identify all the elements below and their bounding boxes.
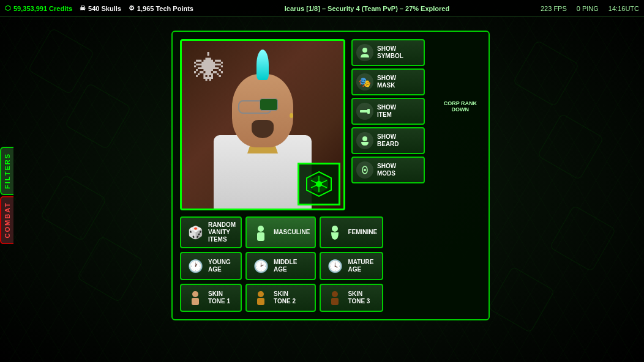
show-beard-button[interactable]: SHOWBEARD (351, 127, 425, 154)
tech-icon: ⚙ (129, 4, 135, 12)
char-earring (290, 113, 293, 118)
skin-tone-2-label: SKINTONE 2 (274, 290, 296, 305)
char-eyepatch (260, 98, 278, 111)
skulls-value: 540 Skulls (88, 5, 121, 12)
fps-display: 223 FPS (541, 5, 567, 12)
skin-tone-2-icon (252, 289, 270, 307)
character-customization-panel: 🕷 (171, 31, 490, 320)
time-display: 14:16UTC (608, 5, 639, 12)
dice-icon: 🎲 (186, 223, 204, 242)
symbol-icon (356, 44, 373, 61)
svg-point-10 (332, 291, 338, 297)
vanity-buttons: SHOWSYMBOL 🎭 SHOWMASK SHOWITEM SHOWBEARD (351, 39, 425, 312)
emblem-svg (304, 169, 334, 199)
corp-rank-area: CORP RANKDOWN (444, 100, 477, 113)
show-beard-label: SHOWBEARD (377, 133, 399, 148)
svg-point-12 (362, 48, 367, 53)
random-vanity-button[interactable]: 🎲 RANDOMVANITY ITEMS (180, 216, 242, 248)
mods-icon (356, 161, 373, 179)
character-options: 🎲 RANDOMVANITY ITEMS MASCULINE FEMININE (180, 216, 345, 312)
emblem-badge (298, 163, 340, 205)
middle-age-icon: 🕑 (252, 257, 270, 275)
char-hair (256, 50, 269, 80)
svg-point-5 (332, 226, 338, 232)
skin-tone-3-icon (326, 289, 344, 307)
skin-tone-1-label: SKINTONE 1 (208, 290, 230, 305)
credits-icon: ⬡ (5, 4, 11, 12)
masculine-icon (252, 223, 270, 242)
svg-rect-14 (367, 109, 370, 114)
item-icon (356, 103, 373, 120)
young-age-button[interactable]: 🕐 YOUNGAGE (180, 252, 242, 280)
portrait-frame: 🕷 (180, 39, 345, 210)
show-mods-label: SHOWMODS (377, 163, 396, 177)
svg-rect-11 (331, 298, 339, 305)
masculine-label: MASCULINE (274, 229, 310, 236)
svg-rect-7 (192, 298, 199, 305)
skull-icon: ☠ (80, 4, 86, 12)
combat-tab[interactable]: COMBAT (0, 196, 13, 244)
skulls-stat: ☠ 540 Skulls (80, 4, 121, 12)
mature-age-icon: 🕓 (326, 257, 344, 275)
random-vanity-label: RANDOMVANITY ITEMS (208, 221, 236, 243)
panel-content: 🕷 (180, 39, 481, 312)
feminine-icon (326, 223, 344, 242)
svg-rect-13 (360, 110, 369, 113)
svg-point-15 (362, 136, 367, 141)
young-age-icon: 🕐 (186, 257, 204, 275)
masculine-button[interactable]: MASCULINE (245, 216, 316, 248)
svg-point-3 (258, 226, 264, 232)
svg-point-8 (258, 291, 264, 297)
char-beard (252, 120, 274, 138)
skin-tone-1-button[interactable]: SKINTONE 1 (180, 284, 242, 312)
tech-value: 1,965 Tech Points (137, 5, 193, 12)
show-mods-button[interactable]: SHOWMODS (351, 157, 425, 183)
credits-value: 59,353,991 Credits (13, 5, 72, 12)
show-mask-button[interactable]: 🎭 SHOWMASK (351, 68, 425, 95)
tech-stat: ⚙ 1,965 Tech Points (129, 4, 193, 12)
skin-tone-1-icon (186, 289, 204, 307)
svg-point-17 (364, 169, 366, 171)
beard-icon (356, 132, 373, 149)
show-mask-label: SHOWMASK (377, 75, 396, 89)
portrait-area: 🕷 (180, 39, 345, 312)
svg-rect-9 (257, 298, 264, 305)
svg-point-6 (192, 291, 198, 297)
svg-point-2 (316, 181, 322, 187)
middle-age-label: MIDDLEAGE (274, 259, 297, 273)
corp-rank-label: CORP RANKDOWN (444, 100, 477, 113)
hud-bar: ⬡ 59,353,991 Credits ☠ 540 Skulls ⚙ 1,96… (0, 0, 644, 17)
ping-display: 0 PING (577, 5, 599, 12)
young-age-label: YOUNGAGE (208, 259, 231, 273)
show-symbol-label: SHOWSYMBOL (377, 45, 403, 60)
show-item-button[interactable]: SHOWITEM (351, 98, 425, 125)
mask-icon: 🎭 (356, 73, 373, 90)
show-symbol-button[interactable]: SHOWSYMBOL (351, 39, 425, 66)
hud-title: Icarus [1/8] – Security 4 (Team PvP) – 2… (201, 5, 533, 12)
spider-icon: 🕷 (188, 47, 231, 90)
svg-rect-4 (257, 232, 264, 241)
credits-stat: ⬡ 59,353,991 Credits (5, 4, 72, 12)
show-item-label: SHOWITEM (377, 104, 396, 119)
middle-age-button[interactable]: 🕑 MIDDLEAGE (245, 252, 316, 280)
filters-tab[interactable]: FILTERS (0, 147, 13, 195)
skin-tone-2-button[interactable]: SKINTONE 2 (245, 284, 316, 312)
hud-right: 223 FPS 0 PING 14:16UTC (541, 5, 639, 12)
